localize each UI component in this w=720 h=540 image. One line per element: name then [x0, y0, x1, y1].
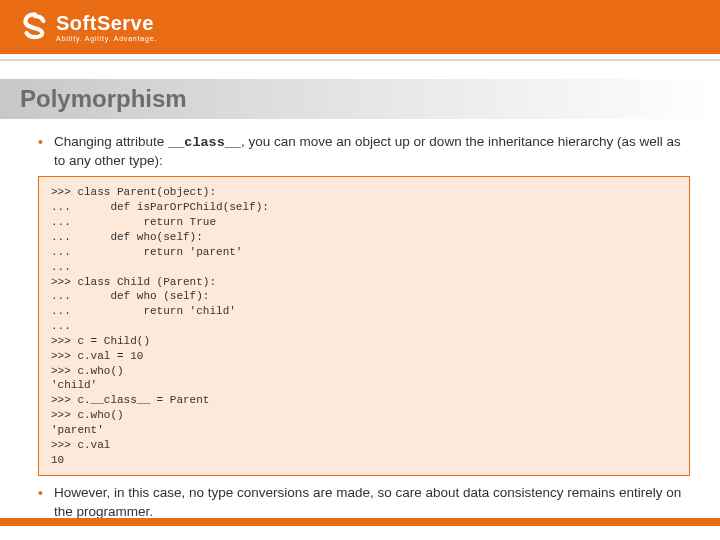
logo: SoftServe Ability. Agility. Advantage. — [20, 12, 157, 42]
header-bar: SoftServe Ability. Agility. Advantage. — [0, 0, 720, 54]
slide-title: Polymorphism — [20, 85, 720, 113]
title-bar: Polymorphism — [0, 79, 720, 119]
logo-tagline: Ability. Agility. Advantage. — [56, 35, 157, 42]
footer-bar — [0, 518, 720, 526]
content-area: Changing attribute __class__, you can mo… — [0, 119, 720, 521]
code-block: >>> class Parent(object): ... def isParO… — [38, 176, 690, 476]
bullet-list: Changing attribute __class__, you can mo… — [38, 133, 690, 170]
logo-text: SoftServe Ability. Agility. Advantage. — [56, 13, 157, 42]
bullet1-code: __class__ — [168, 135, 241, 150]
bullet-list-2: However, in this case, no type conversio… — [38, 484, 690, 520]
bullet1-text-pre: Changing attribute — [54, 134, 168, 149]
bullet-item-2: However, in this case, no type conversio… — [38, 484, 690, 520]
logo-s-icon — [20, 12, 50, 42]
bullet-item-1: Changing attribute __class__, you can mo… — [38, 133, 690, 170]
logo-name: SoftServe — [56, 13, 157, 33]
header-divider — [0, 59, 720, 61]
